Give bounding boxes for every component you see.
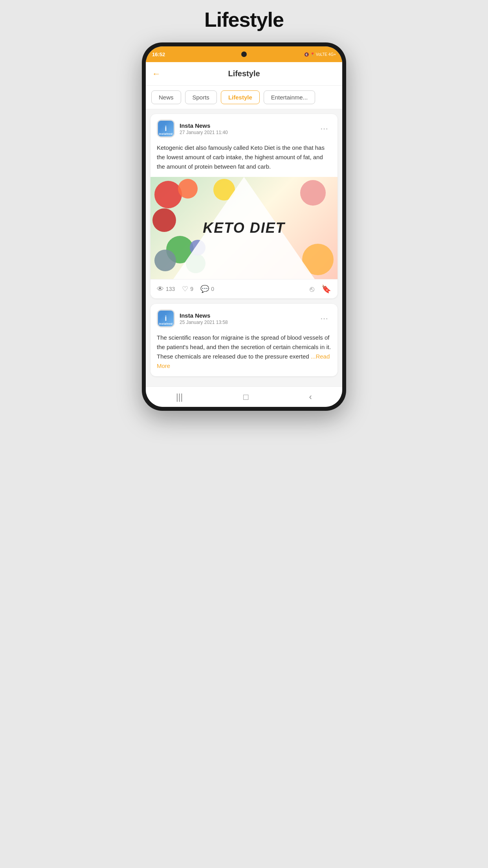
card-header-2: i instafeed Insta News 25 January 2021 1… [150,304,338,331]
tab-sports[interactable]: Sports [185,90,217,104]
avatar-1: i instafeed [157,120,175,138]
author-name-2: Insta News [180,312,317,319]
logo-label-2: instafeed [159,322,172,325]
status-time: 16:52 [152,51,165,57]
card-body-2: The scientific reason for migraine is th… [150,331,338,376]
food-nuts [154,250,176,271]
card-body-1: Ketogenic diet also famously called Keto… [150,142,338,177]
keto-text: KETO DIET [203,220,285,236]
tab-entertainment[interactable]: Entertainme... [264,90,315,104]
post-card-2: i instafeed Insta News 25 January 2021 1… [150,304,338,376]
heart-icon: ♡ [182,285,188,293]
likes-number: 9 [190,286,193,292]
comments-count[interactable]: 💬 0 [200,285,214,293]
comments-number: 0 [211,286,214,292]
status-icons: 🔇 📍 VoLTE 4G+ [304,52,336,57]
tab-lifestyle[interactable]: Lifestyle [221,90,260,104]
more-options-1[interactable]: ⋯ [317,122,331,135]
card-image-1: KETO DIET [150,177,338,279]
author-info-1: Insta News 27 January 2021 11:40 [180,122,317,135]
post-date-1: 27 January 2021 11:40 [180,130,317,135]
home-button[interactable]: □ [243,392,248,402]
likes-count[interactable]: ♡ 9 [182,285,193,293]
avatar-logo-1: i instafeed [158,121,174,136]
views-count: 👁 133 [157,285,175,293]
avatar-2: i instafeed [157,309,175,327]
phone-shell: 16:52 🔇 📍 VoLTE 4G+ ← Lifestyle News Spo… [142,42,346,411]
category-tabs: News Sports Lifestyle Entertainme... [146,86,342,109]
food-berry [152,208,176,232]
card-footer-1: 👁 133 ♡ 9 💬 0 ⎋ 🔖 [150,279,338,298]
phone-screen: 16:52 🔇 📍 VoLTE 4G+ ← Lifestyle News Spo… [146,46,342,407]
more-options-2[interactable]: ⋯ [317,312,331,325]
content-area: i instafeed Insta News 27 January 2021 1… [146,109,342,386]
comment-icon: 💬 [200,285,209,293]
menu-button[interactable]: ||| [176,392,183,402]
logo-label: instafeed [159,132,172,135]
post-card-1: i instafeed Insta News 27 January 2021 1… [150,114,338,298]
tab-news[interactable]: News [151,90,181,104]
card-body-text-2: The scientific reason for migraine is th… [157,334,331,360]
camera-notch [241,51,247,57]
bottom-navigation: ||| □ ‹ [146,386,342,407]
page-title: Lifestyle [204,8,284,31]
eye-icon: 👁 [157,285,164,293]
network-icon: 🔇 📍 VoLTE 4G+ [304,52,336,57]
keto-image: KETO DIET [150,177,338,279]
back-nav-button[interactable]: ‹ [309,392,312,402]
logo-text: i [165,125,167,133]
card-header-1: i instafeed Insta News 27 January 2021 1… [150,114,338,142]
header-title: Lifestyle [228,69,260,78]
share-icon[interactable]: ⎋ [310,285,314,294]
app-header: ← Lifestyle [146,62,342,86]
author-info-2: Insta News 25 January 2021 13:58 [180,312,317,325]
status-bar: 16:52 🔇 📍 VoLTE 4G+ [146,46,342,62]
logo-text-2: i [165,314,167,323]
bookmark-icon[interactable]: 🔖 [321,284,331,294]
author-name-1: Insta News [180,122,317,129]
post-date-2: 25 January 2021 13:58 [180,320,317,325]
avatar-logo-2: i instafeed [158,311,174,326]
back-button[interactable]: ← [152,70,161,78]
views-number: 133 [166,286,175,292]
